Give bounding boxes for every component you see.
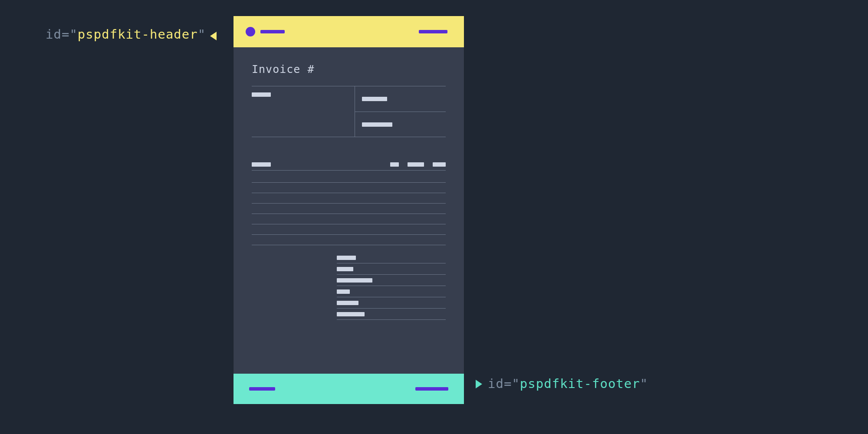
table-row bbox=[252, 204, 446, 214]
document-page: Invoice # bbox=[233, 16, 464, 404]
text-placeholder bbox=[362, 97, 387, 101]
totals-row bbox=[337, 309, 446, 320]
text-placeholder bbox=[337, 278, 372, 283]
info-left-cell bbox=[252, 86, 355, 137]
text-placeholder bbox=[337, 289, 350, 294]
footer-text-placeholder bbox=[415, 387, 448, 391]
info-cell bbox=[355, 86, 446, 112]
code-string-header: pspdfkit-header bbox=[78, 27, 198, 42]
header-id-annotation: id="pspdfkit-header" bbox=[46, 27, 206, 42]
column-header-placeholder bbox=[408, 162, 424, 167]
totals-row bbox=[337, 252, 446, 263]
text-placeholder bbox=[252, 92, 271, 97]
text-placeholder bbox=[337, 267, 353, 271]
totals-row bbox=[337, 275, 446, 286]
column-header-placeholder bbox=[252, 162, 271, 167]
header-text-placeholder bbox=[419, 30, 447, 33]
table-row bbox=[252, 224, 446, 235]
table-row bbox=[252, 235, 446, 245]
items-table-rows bbox=[252, 171, 446, 245]
document-header-region bbox=[233, 16, 464, 47]
code-eq: = bbox=[62, 27, 69, 42]
table-row bbox=[252, 183, 446, 193]
document-body: Invoice # bbox=[233, 47, 464, 320]
code-quote: " bbox=[198, 27, 206, 42]
column-header-placeholder bbox=[433, 162, 446, 167]
items-table-header bbox=[252, 162, 446, 171]
table-row bbox=[252, 172, 446, 183]
code-attr: id bbox=[46, 27, 62, 42]
info-right-column bbox=[355, 86, 446, 137]
arrow-right-icon bbox=[476, 380, 482, 388]
totals-row bbox=[337, 297, 446, 309]
header-text-placeholder bbox=[260, 30, 285, 33]
table-row bbox=[252, 193, 446, 204]
column-header-placeholder bbox=[390, 162, 399, 167]
code-quote: " bbox=[640, 376, 648, 391]
totals-block bbox=[337, 252, 446, 320]
footer-id-annotation: id="pspdfkit-footer" bbox=[488, 376, 648, 391]
document-footer-region bbox=[233, 374, 464, 404]
invoice-title: Invoice # bbox=[252, 63, 446, 76]
code-quote: " bbox=[512, 376, 519, 391]
table-row bbox=[252, 214, 446, 224]
totals-row bbox=[337, 286, 446, 297]
header-left-group bbox=[246, 27, 285, 36]
text-placeholder bbox=[337, 256, 356, 260]
code-attr: id bbox=[488, 376, 504, 391]
code-eq: = bbox=[504, 376, 512, 391]
footer-text-placeholder bbox=[249, 387, 275, 391]
text-placeholder bbox=[337, 301, 358, 305]
logo-dot-icon bbox=[246, 27, 255, 36]
invoice-info-block bbox=[252, 86, 446, 137]
code-string-footer: pspdfkit-footer bbox=[520, 376, 640, 391]
text-placeholder bbox=[337, 312, 365, 316]
text-placeholder bbox=[362, 122, 392, 127]
code-quote: " bbox=[69, 27, 77, 42]
arrow-left-icon bbox=[210, 32, 217, 40]
totals-row bbox=[337, 263, 446, 275]
info-cell bbox=[355, 112, 446, 137]
